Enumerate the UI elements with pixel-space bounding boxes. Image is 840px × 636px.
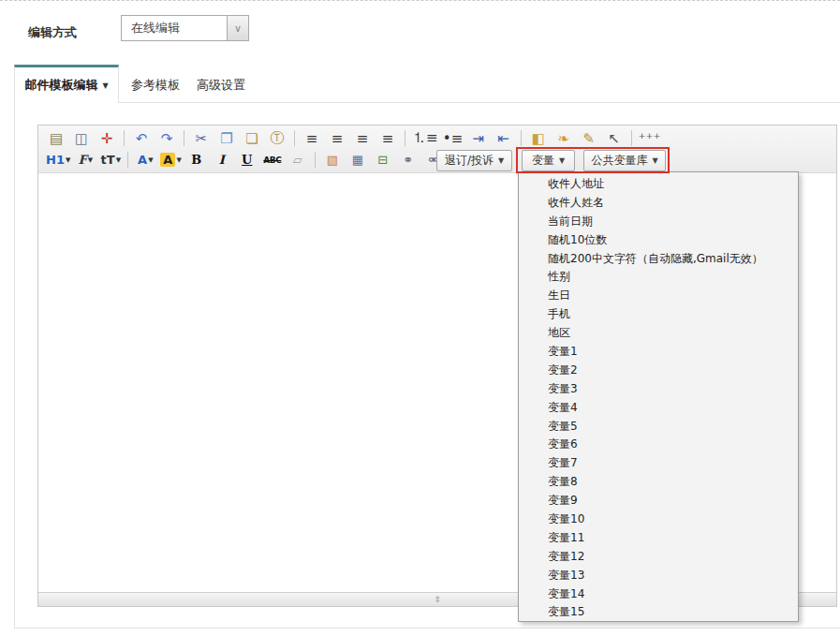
tab-advanced-settings[interactable]: 高级设置 xyxy=(197,77,245,94)
caret-down-icon: ▼ xyxy=(652,156,657,165)
variable-button[interactable]: 变量 ▼ xyxy=(522,150,575,171)
resize-handle-icon[interactable]: ⇕ xyxy=(434,595,441,604)
toolbar-separator xyxy=(405,130,405,146)
menu-item[interactable]: 变量12 xyxy=(519,548,798,567)
top-dashed-divider xyxy=(0,0,840,1)
italic-icon[interactable]: I xyxy=(210,150,234,170)
unsubscribe-complaint-button[interactable]: 退订/投诉 ▼ xyxy=(436,150,512,171)
copy-icon[interactable]: ❐ xyxy=(214,128,239,148)
menu-item[interactable]: 变量10 xyxy=(519,510,798,529)
align-justify-icon[interactable]: ≡ xyxy=(376,128,400,148)
image-icon[interactable]: ▧ xyxy=(320,150,345,170)
font-family-select[interactable]: F▼ xyxy=(73,150,97,170)
indent-icon[interactable]: ⇥ xyxy=(466,128,491,148)
menu-item[interactable]: 变量7 xyxy=(519,454,798,473)
font-size-select[interactable]: tT▼ xyxy=(98,150,123,170)
menu-item[interactable]: 随机10位数 xyxy=(519,231,798,250)
toolbar-separator xyxy=(124,130,125,146)
menu-item[interactable]: 变量15 xyxy=(519,603,798,622)
table-icon[interactable]: ▦ xyxy=(346,150,370,170)
paste-icon[interactable]: ❏ xyxy=(240,128,264,148)
toolbar-separator xyxy=(127,152,128,168)
text-color-select[interactable]: A▼ xyxy=(133,150,157,170)
link-icon[interactable]: ⚭ xyxy=(396,150,420,170)
menu-item[interactable]: 性别 xyxy=(519,268,798,287)
caret-down-icon: ▼ xyxy=(102,81,108,90)
undo-icon[interactable]: ↶ xyxy=(129,128,154,148)
unordered-list-icon[interactable]: •≡ xyxy=(441,128,465,148)
menu-item[interactable]: 变量2 xyxy=(519,362,798,380)
horizontal-rule-icon[interactable]: ⊟ xyxy=(371,150,395,170)
outdent-icon[interactable]: ⇤ xyxy=(492,128,516,148)
ordered-list-icon[interactable]: ⒈≡ xyxy=(410,128,440,148)
tab-email-template-edit[interactable]: 邮件模板编辑 ▼ xyxy=(14,65,119,103)
fullscreen-icon[interactable]: ✛ xyxy=(95,128,119,148)
menu-item[interactable]: 变量6 xyxy=(519,436,798,454)
variable-dropdown-menu: 收件人地址收件人姓名当前日期随机10位数随机200中文字符（自动隐藏,Gmail… xyxy=(518,171,799,622)
menu-item[interactable]: 变量5 xyxy=(519,418,798,436)
edit-mode-label: 编辑方式 xyxy=(28,24,77,41)
edit-mode-select[interactable]: 在线编辑 ∨ xyxy=(121,15,249,41)
strikethrough-icon[interactable]: ABC xyxy=(260,150,285,170)
tab-reference-template[interactable]: 参考模板 xyxy=(131,77,180,94)
toolbar-separator xyxy=(315,152,316,168)
menu-item[interactable]: 变量14 xyxy=(519,585,798,604)
edit-mode-selected-value: 在线编辑 xyxy=(122,16,227,40)
toolbar-separator xyxy=(521,130,522,146)
select-cursor-icon[interactable]: ↖ xyxy=(602,128,626,148)
chevron-down-icon[interactable]: ∨ xyxy=(227,16,248,40)
menu-item[interactable]: 变量8 xyxy=(519,473,798,492)
show-blocks-icon[interactable]: ⁺⁺⁺ xyxy=(637,128,663,148)
menu-item[interactable]: 当前日期 xyxy=(519,213,798,231)
preview-icon[interactable]: ◫ xyxy=(69,128,94,148)
menu-item[interactable]: 变量3 xyxy=(519,380,798,399)
caret-down-icon: ▼ xyxy=(559,156,565,165)
page-props-icon[interactable]: ◧ xyxy=(526,128,551,148)
align-right-icon[interactable]: ≡ xyxy=(350,128,375,148)
menu-item[interactable]: 收件人姓名 xyxy=(519,194,798,213)
edit-stamp-icon[interactable]: ✎ xyxy=(577,128,601,148)
align-center-icon[interactable]: ≡ xyxy=(325,128,349,148)
tab-label: 邮件模板编辑 xyxy=(24,77,97,94)
toolbar-separator xyxy=(294,130,295,146)
toolbar-separator xyxy=(631,130,632,146)
redo-icon[interactable]: ↷ xyxy=(155,128,179,148)
menu-item[interactable]: 生日 xyxy=(519,287,798,305)
clean-format-icon[interactable]: ❧ xyxy=(552,128,576,148)
caret-down-icon: ▼ xyxy=(498,156,504,165)
toolbar-row-1: ▤◫✛↶↷✂❐❏Ⓣ≡≡≡≡⒈≡•≡⇥⇤◧❧✎↖⁺⁺⁺ xyxy=(44,127,836,149)
public-variable-library-button[interactable]: 公共变量库 ▼ xyxy=(583,150,666,171)
menu-item[interactable]: 手机 xyxy=(519,305,798,324)
source-icon[interactable]: ▤ xyxy=(44,128,68,148)
highlight-color-select[interactable]: A▼ xyxy=(158,150,183,170)
menu-item[interactable]: 变量1 xyxy=(519,343,798,362)
heading-select[interactable]: H1▼ xyxy=(44,150,72,170)
remove-format-icon[interactable]: ▱ xyxy=(286,150,310,170)
menu-item[interactable]: 随机200中文字符（自动隐藏,Gmail无效） xyxy=(519,250,798,269)
paste-text-icon[interactable]: Ⓣ xyxy=(265,128,289,148)
toolbar-separator xyxy=(184,130,184,146)
menu-item[interactable]: 收件人地址 xyxy=(519,175,798,194)
cut-icon[interactable]: ✂ xyxy=(189,128,214,148)
align-left-icon[interactable]: ≡ xyxy=(300,128,324,148)
underline-icon[interactable]: U xyxy=(235,150,259,170)
menu-item[interactable]: 变量13 xyxy=(519,567,798,585)
menu-item[interactable]: 地区 xyxy=(519,324,798,343)
menu-item[interactable]: 变量4 xyxy=(519,399,798,418)
menu-item[interactable]: 变量9 xyxy=(519,492,798,510)
menu-item[interactable]: 变量11 xyxy=(519,529,798,548)
bold-icon[interactable]: B xyxy=(184,150,209,170)
